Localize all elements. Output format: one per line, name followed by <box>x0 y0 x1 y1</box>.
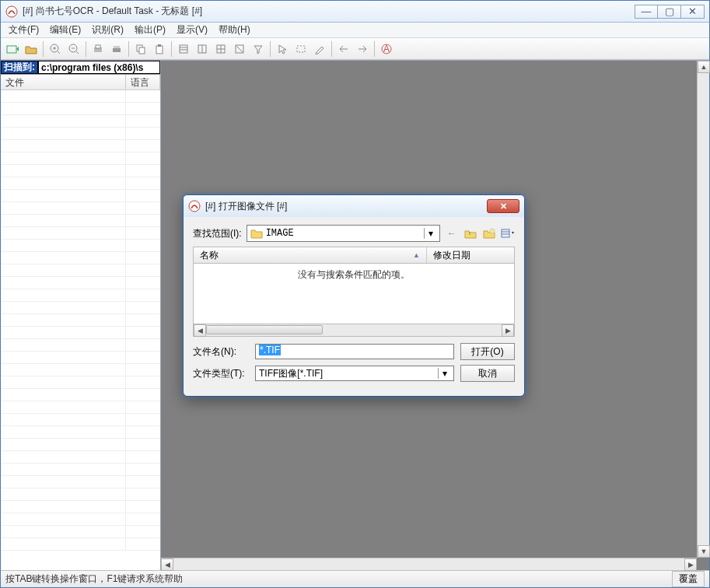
table-row <box>1 190 160 202</box>
file-table-body[interactable] <box>1 90 160 570</box>
svg-rect-16 <box>158 44 161 47</box>
view-menu-icon[interactable] <box>501 226 515 240</box>
tool-open-icon[interactable] <box>23 40 40 58</box>
dialog-titlebar[interactable]: [#] 打开图像文件 [#] ✕ <box>184 195 524 217</box>
tool-pen-icon[interactable] <box>311 40 328 58</box>
scroll-up-icon[interactable]: ▲ <box>698 61 710 73</box>
tool-device-icon[interactable] <box>108 40 125 58</box>
table-row <box>1 414 160 426</box>
table-row <box>1 140 160 152</box>
col-lang[interactable]: 语言 <box>126 75 160 89</box>
tool-paste-icon[interactable] <box>151 40 168 58</box>
back-icon[interactable]: ← <box>445 226 459 240</box>
vertical-scrollbar[interactable]: ▲ ▼ <box>697 61 709 558</box>
menu-file[interactable]: 文件(F) <box>4 22 44 38</box>
tool-zoom-out-icon[interactable] <box>65 40 82 58</box>
table-row <box>1 364 160 376</box>
col-date-label: 修改日期 <box>433 249 470 262</box>
scroll-right-icon[interactable]: ▶ <box>684 558 697 571</box>
sort-asc-icon: ▲ <box>413 251 420 259</box>
maximize-button[interactable]: ▢ <box>658 5 681 19</box>
table-row <box>1 152 160 165</box>
tool-layout2-icon[interactable] <box>194 40 211 58</box>
overwrite-mode: 覆盖 <box>672 571 705 587</box>
tool-scan-icon[interactable] <box>4 40 21 58</box>
scroll-down-icon[interactable]: ▼ <box>698 545 710 558</box>
folder-dropdown[interactable]: IMAGE ▾ <box>247 225 440 242</box>
file-list-body[interactable]: 没有与搜索条件匹配的项。 <box>193 264 515 324</box>
tool-next-icon[interactable] <box>354 40 371 58</box>
tool-pointer-icon[interactable] <box>274 40 291 58</box>
svg-rect-32 <box>502 229 509 237</box>
menu-edit[interactable]: 编辑(E) <box>45 22 86 38</box>
scroll-left-icon[interactable]: ◀ <box>194 324 206 337</box>
filename-label: 文件名(N): <box>193 345 249 359</box>
svg-rect-12 <box>114 46 120 48</box>
table-row <box>1 339 160 352</box>
tool-prev-icon[interactable] <box>335 40 352 58</box>
col-file[interactable]: 文件 <box>1 75 126 89</box>
chevron-down-icon[interactable]: ▾ <box>438 368 450 379</box>
close-button[interactable]: ✕ <box>681 5 705 19</box>
statusbar: 按TAB键转换操作窗口，F1键请求系统帮助 覆盖 <box>1 570 709 587</box>
tool-print-icon[interactable] <box>89 40 107 58</box>
table-row <box>1 128 160 140</box>
filename-field[interactable]: *.TIF <box>255 344 454 359</box>
app-icon <box>5 5 18 18</box>
tool-grid-icon[interactable] <box>212 40 229 58</box>
svg-line-3 <box>58 51 60 54</box>
tool-about-icon[interactable]: A <box>378 40 395 58</box>
file-table-header: 文件 语言 <box>1 75 160 90</box>
horizontal-scrollbar[interactable]: ◀ ▶ <box>161 558 697 570</box>
table-row <box>1 389 160 401</box>
table-row <box>1 488 160 501</box>
look-in-row: 查找范围(I): IMAGE ▾ ← <box>193 225 515 242</box>
col-name-label: 名称 <box>200 249 219 262</box>
table-row <box>1 264 160 277</box>
menu-display[interactable]: 显示(V) <box>172 22 212 38</box>
scan-path-field[interactable]: c:\program files (x86)\s <box>38 61 160 74</box>
filename-value: *.TIF <box>259 345 281 355</box>
table-row <box>1 115 160 128</box>
svg-point-31 <box>490 229 495 233</box>
scroll-left-icon[interactable]: ◀ <box>161 558 173 571</box>
col-name[interactable]: 名称 ▲ <box>194 247 427 263</box>
table-row <box>1 202 160 215</box>
cancel-button[interactable]: 取消 <box>460 365 515 382</box>
up-folder-icon[interactable] <box>463 226 477 240</box>
menubar: 文件(F) 编辑(E) 识别(R) 输出(P) 显示(V) 帮助(H) <box>1 23 709 38</box>
dialog-hscrollbar[interactable]: ◀ ▶ <box>193 324 515 337</box>
table-row <box>1 103 160 115</box>
dialog-close-button[interactable]: ✕ <box>487 199 519 213</box>
tool-copy-icon[interactable] <box>132 40 149 58</box>
svg-text:A: A <box>383 44 390 54</box>
tool-select-icon[interactable] <box>292 40 310 58</box>
toolbar-separator <box>86 41 86 57</box>
tool-filter-icon[interactable] <box>250 40 267 58</box>
menu-help[interactable]: 帮助(H) <box>214 22 255 38</box>
new-folder-icon[interactable] <box>482 226 496 240</box>
open-button[interactable]: 打开(O) <box>460 343 515 360</box>
window-buttons: — ▢ ✕ <box>635 5 705 19</box>
scan-row: 扫描到: c:\program files (x86)\s <box>1 61 160 75</box>
filetype-dropdown[interactable]: TIFF图像[*.TIF] ▾ <box>255 366 454 381</box>
table-row <box>1 215 160 227</box>
titlebar: [#] 尚书七号OCR - Default Task - 无标题 [#] — ▢… <box>1 1 709 23</box>
table-row <box>1 426 160 439</box>
minimize-button[interactable]: — <box>635 5 658 19</box>
svg-rect-1 <box>7 46 16 53</box>
col-date[interactable]: 修改日期 <box>427 247 514 263</box>
scroll-thumb[interactable] <box>206 325 323 334</box>
menu-recognize[interactable]: 识别(R) <box>87 22 128 38</box>
tool-nogrid-icon[interactable] <box>231 40 248 58</box>
table-row <box>1 476 160 488</box>
svg-rect-10 <box>96 45 100 48</box>
tool-zoom-in-icon[interactable] <box>47 40 64 58</box>
dialog-title: [#] 打开图像文件 [#] <box>205 200 487 213</box>
scroll-right-icon[interactable]: ▶ <box>502 324 514 337</box>
menu-output[interactable]: 输出(P) <box>130 22 170 38</box>
table-row <box>1 327 160 339</box>
tool-layout1-icon[interactable] <box>175 40 192 58</box>
table-row <box>1 464 160 476</box>
chevron-down-icon[interactable]: ▾ <box>424 228 436 239</box>
